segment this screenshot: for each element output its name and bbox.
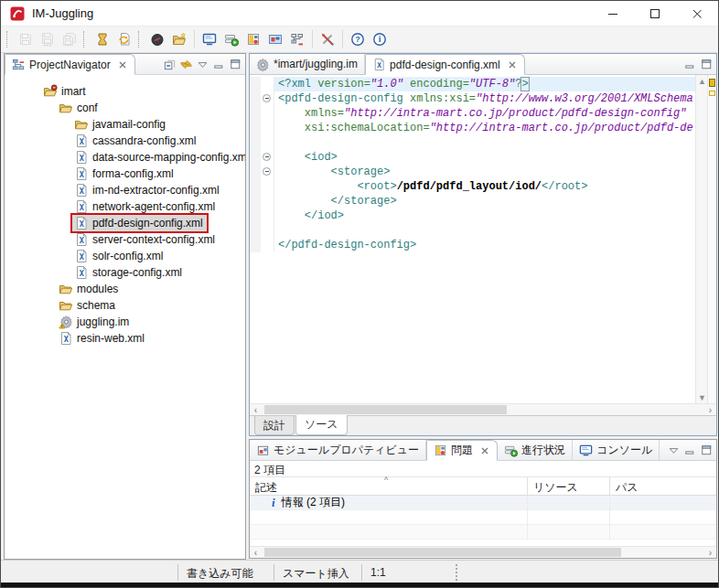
view-menu-icon[interactable]	[667, 444, 681, 457]
folder-icon	[59, 101, 73, 115]
tree-item-schema[interactable]: schema	[5, 297, 245, 314]
editor-tab-pdfd-design-config-xml[interactable]: Xpdfd-design-config.xml	[365, 54, 525, 75]
problem-row[interactable]: i情報 (2 項目)	[250, 496, 716, 510]
tree-item-modules[interactable]: modules	[5, 281, 245, 297]
minimize-icon[interactable]	[683, 58, 697, 71]
view-tab-コンソール[interactable]: コンソール	[573, 440, 660, 460]
scrollbar-thumb[interactable]	[264, 548, 621, 557]
save-all-icon	[62, 32, 77, 47]
tree-item-data-source-mapping-config-xml[interactable]: Xdata-source-mapping-config.xml	[5, 149, 245, 166]
code-line: <pdfd-design-config xmlns:xsi="http://ww…	[250, 91, 695, 106]
tree-item-network-agent-config-xml[interactable]: Xnetwork-agent-config.xml	[5, 198, 245, 215]
tab-project-navigator[interactable]: ProjectNavigator	[5, 54, 135, 75]
scroll-right-icon[interactable]: ›	[704, 404, 716, 415]
toolbar-grip[interactable]	[138, 31, 142, 48]
toolbar-grip[interactable]	[83, 31, 87, 48]
save-all-button[interactable]	[59, 28, 80, 50]
maximize-icon[interactable]	[700, 58, 714, 71]
page-tab-ソース[interactable]: ソース	[295, 415, 348, 435]
maximize-icon[interactable]	[229, 58, 242, 71]
collapse-marker-icon[interactable]	[263, 94, 271, 102]
view-menu-icon[interactable]	[196, 58, 209, 71]
window-close-button[interactable]	[676, 1, 718, 27]
code-text[interactable]: <?xml version="1.0" encoding="UTF-8"?><p…	[250, 75, 695, 403]
close-icon[interactable]	[117, 59, 128, 70]
statusbar-separator	[274, 564, 274, 581]
scroll-left-icon[interactable]: ‹	[250, 404, 262, 415]
gear-icon	[256, 58, 270, 71]
maximize-icon[interactable]	[700, 444, 714, 457]
fold-ruler-cell	[261, 194, 274, 208]
tree-item-storage-config-xml[interactable]: Xstorage-config.xml	[5, 264, 245, 281]
problems-view: モジュールプロパティビュー問題進行状況コンソール 2 項目 記述^リソースパス …	[249, 439, 717, 559]
tree-item-resin-web-xml[interactable]: Xresin-web.xml	[5, 330, 245, 347]
column-header-記述[interactable]: 記述^	[250, 477, 528, 495]
tree-item-conf[interactable]: conf	[5, 100, 245, 116]
imart-dashboard-button[interactable]	[146, 28, 168, 50]
view-tab-問題[interactable]: 問題	[426, 440, 498, 461]
minimize-icon[interactable]	[683, 444, 697, 457]
about-button[interactable]: i	[369, 28, 391, 50]
tree-item-solr-config-xml[interactable]: Xsolr-config.xml	[5, 248, 245, 264]
update-config-button[interactable]	[113, 28, 135, 50]
statusbar-grip[interactable]	[456, 564, 457, 581]
view-tab-モジュールプロパティビュー[interactable]: モジュールプロパティビュー	[250, 440, 426, 460]
minimize-icon[interactable]	[212, 58, 226, 71]
view-tab-label: 問題	[451, 443, 473, 458]
fold-ruler-cell	[261, 106, 274, 121]
close-icon[interactable]	[479, 445, 490, 456]
tree-item-pdfd-design-config-xml[interactable]: Xpdfd-design-config.xml	[5, 215, 245, 231]
link-with-editor-icon[interactable]	[179, 58, 193, 71]
column-header-パス[interactable]: パス	[610, 477, 716, 495]
save-as-button[interactable]	[37, 28, 59, 50]
tree-item-forma-config-xml[interactable]: Xforma-config.xml	[5, 166, 245, 182]
save-button[interactable]	[15, 28, 37, 50]
tree-item-javamail-config[interactable]: javamail-config	[5, 116, 245, 133]
collapse-marker-icon[interactable]	[263, 153, 271, 161]
code-line-text: xmlns="http://intra-mart.co.jp/product/p…	[274, 106, 695, 121]
tree-item-juggling-im[interactable]: juggling.im	[5, 314, 245, 330]
column-header-リソース[interactable]: リソース	[528, 477, 610, 495]
tree-item-content: Xsolr-config.xml	[72, 248, 166, 264]
imart-dashboard-icon	[150, 32, 165, 47]
console-view-button[interactable]	[199, 28, 220, 50]
problems-horizontal-scrollbar[interactable]: ‹ ›	[250, 546, 716, 558]
editor-horizontal-scrollbar[interactable]: ‹ ›	[250, 403, 716, 415]
scrollbar-thumb[interactable]	[264, 405, 507, 414]
tree-item-label: storage-config.xml	[92, 266, 182, 279]
xml-source-editor[interactable]: <?xml version="1.0" encoding="UTF-8"?><p…	[250, 75, 716, 403]
toolbar-grip[interactable]	[6, 31, 10, 48]
window-minimize-button[interactable]	[592, 1, 634, 27]
scroll-left-icon[interactable]: ‹	[250, 547, 262, 558]
view-tab-進行状況[interactable]: 進行状況	[498, 440, 573, 460]
window-maximize-button[interactable]	[634, 1, 676, 27]
help-button[interactable]: ?	[347, 28, 369, 50]
collapse-marker-icon[interactable]	[263, 167, 271, 176]
tree-item-server-context-config-xml[interactable]: Xserver-context-config.xml	[5, 231, 245, 248]
annotation-marker[interactable]	[709, 91, 715, 96]
hierarchy-view-button[interactable]	[286, 28, 308, 50]
close-icon[interactable]	[507, 59, 518, 70]
editor-vertical-scrollbar[interactable]: ▲ ▼	[695, 75, 707, 403]
annotation-marker[interactable]	[709, 79, 715, 87]
scroll-right-icon[interactable]: ›	[704, 547, 716, 558]
page-tab-設計[interactable]: 設計	[254, 416, 295, 435]
title-bar: IM-Juggling	[1, 1, 718, 27]
overview-ruler[interactable]	[707, 75, 716, 403]
project-tree[interactable]: imartconfjavamail-configXcassandra-confi…	[5, 75, 245, 559]
toolbar-separator	[194, 30, 195, 48]
open-project-button[interactable]	[168, 28, 190, 50]
code-line: <storage>	[250, 165, 695, 179]
export-juggling-button[interactable]	[91, 28, 113, 50]
image-view-button[interactable]	[264, 28, 286, 50]
tree-item-cassandra-config-xml[interactable]: Xcassandra-config.xml	[5, 133, 245, 149]
problems-view-button[interactable]	[242, 28, 264, 50]
collapse-all-icon[interactable]	[163, 58, 177, 71]
editor-tab-imart-juggling-im[interactable]: *imart/juggling.im	[250, 54, 365, 74]
statusbar-separator	[177, 564, 178, 581]
start-server-button[interactable]	[220, 28, 242, 50]
console-icon	[579, 444, 593, 457]
tree-item-im-nd-extractor-config-xml[interactable]: Xim-nd-extractor-config.xml	[5, 182, 245, 198]
tools-button[interactable]	[317, 28, 338, 50]
tree-item-imart[interactable]: imart	[5, 83, 245, 100]
